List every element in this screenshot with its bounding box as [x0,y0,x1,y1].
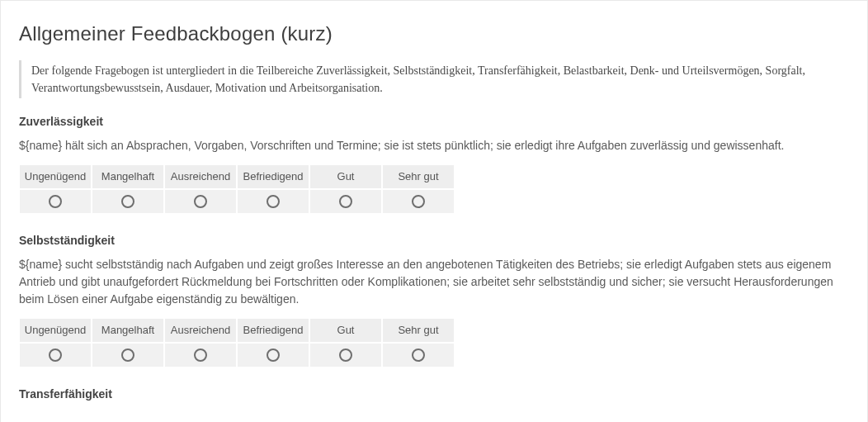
rating-label: Befriedigend [237,164,309,189]
radio-icon [339,349,352,362]
rating-grid-selbststaendigkeit: Ungenügend Mangelhaft Ausreichend Befrie… [19,318,455,367]
rating-label: Ausreichend [164,318,237,343]
rating-radio-cell[interactable] [309,343,382,367]
radio-icon [49,195,62,208]
radio-icon [121,195,134,208]
rating-input-row [19,189,455,214]
rating-radio-cell[interactable] [19,189,92,214]
rating-radio-cell[interactable] [309,189,382,214]
rating-radio-cell[interactable] [382,343,455,367]
rating-label: Gut [309,318,382,343]
rating-label: Mangelhaft [92,164,164,189]
rating-header-row: Ungenügend Mangelhaft Ausreichend Befrie… [19,164,455,189]
radio-icon [49,349,62,362]
rating-radio-cell[interactable] [164,189,237,214]
rating-header-row: Ungenügend Mangelhaft Ausreichend Befrie… [19,318,455,343]
section-heading-transferfaehigkeit: Transferfähigkeit [19,386,849,403]
page-title: Allgemeiner Feedbackbogen (kurz) [19,19,849,49]
radio-icon [412,195,425,208]
rating-label: Gut [309,164,382,189]
rating-radio-cell[interactable] [164,343,237,367]
rating-grid-zuverlaessigkeit: Ungenügend Mangelhaft Ausreichend Befrie… [19,164,455,214]
rating-label: Befriedigend [237,318,309,343]
feedback-form: Allgemeiner Feedbackbogen (kurz) Der fol… [0,0,868,422]
section-heading-selbststaendigkeit: Selbstständigkeit [19,232,849,249]
rating-label: Sehr gut [382,164,455,189]
rating-label: Ungenügend [19,318,92,343]
rating-label: Ausreichend [164,164,237,189]
rating-input-row [19,343,455,367]
rating-radio-cell[interactable] [92,343,164,367]
rating-label: Mangelhaft [92,318,164,343]
section-desc-selbststaendigkeit: ${name} sucht selbstständig nach Aufgabe… [19,256,849,308]
radio-icon [121,349,134,362]
radio-icon [412,349,425,362]
rating-radio-cell[interactable] [382,189,455,214]
radio-icon [267,349,280,362]
radio-icon [339,195,352,208]
section-heading-zuverlaessigkeit: Zuverlässigkeit [19,113,849,130]
radio-icon [194,195,207,208]
rating-label: Sehr gut [382,318,455,343]
intro-blockquote: Der folgende Fragebogen ist unterglieder… [19,60,849,98]
radio-icon [194,349,207,362]
rating-radio-cell[interactable] [237,343,309,367]
rating-radio-cell[interactable] [19,343,92,367]
rating-radio-cell[interactable] [92,189,164,214]
rating-radio-cell[interactable] [237,189,309,214]
rating-label: Ungenügend [19,164,92,189]
section-desc-zuverlaessigkeit: ${name} hält sich an Absprachen, Vorgabe… [19,137,849,154]
radio-icon [267,195,280,208]
